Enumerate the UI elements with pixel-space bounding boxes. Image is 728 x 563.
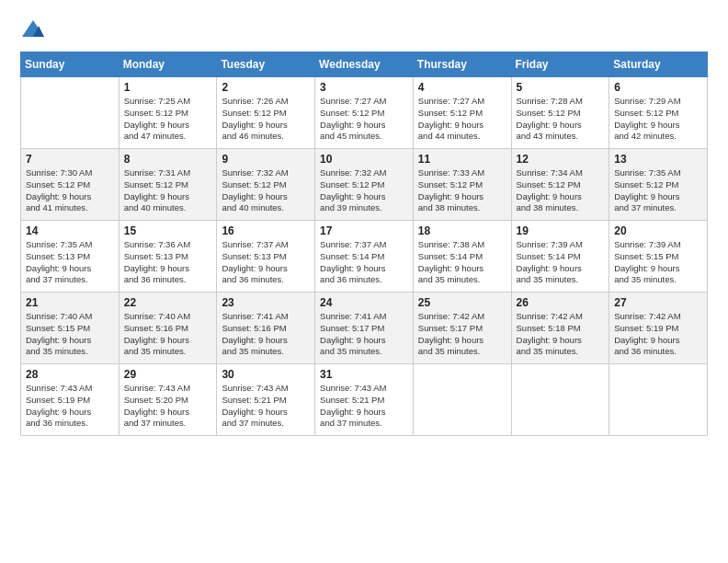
day-info: Sunrise: 7:43 AMSunset: 5:19 PMDaylight:… — [26, 383, 114, 430]
calendar-cell: 4Sunrise: 7:27 AMSunset: 5:12 PMDaylight… — [413, 77, 511, 149]
day-info: Sunrise: 7:42 AMSunset: 5:19 PMDaylight:… — [614, 311, 702, 358]
day-number: 18 — [418, 224, 506, 237]
day-info: Sunrise: 7:30 AMSunset: 5:12 PMDaylight:… — [26, 167, 114, 214]
day-number: 7 — [26, 153, 114, 166]
day-number: 26 — [517, 296, 605, 309]
day-info: Sunrise: 7:34 AMSunset: 5:12 PMDaylight:… — [517, 167, 605, 214]
day-number: 19 — [517, 224, 605, 237]
col-header-sunday: Sunday — [21, 52, 119, 77]
day-info: Sunrise: 7:35 AMSunset: 5:12 PMDaylight:… — [614, 167, 702, 214]
day-number: 5 — [517, 81, 605, 94]
day-number: 16 — [222, 224, 310, 237]
day-info: Sunrise: 7:32 AMSunset: 5:12 PMDaylight:… — [222, 167, 310, 214]
col-header-tuesday: Tuesday — [217, 52, 315, 77]
day-number: 10 — [320, 153, 408, 166]
day-number: 4 — [418, 81, 506, 94]
day-info: Sunrise: 7:43 AMSunset: 5:21 PMDaylight:… — [320, 383, 408, 430]
day-info: Sunrise: 7:25 AMSunset: 5:12 PMDaylight:… — [124, 96, 212, 143]
day-info: Sunrise: 7:39 AMSunset: 5:15 PMDaylight:… — [614, 239, 702, 286]
day-info: Sunrise: 7:26 AMSunset: 5:12 PMDaylight:… — [222, 96, 310, 143]
calendar-week-4: 21Sunrise: 7:40 AMSunset: 5:15 PMDayligh… — [21, 293, 708, 364]
calendar-cell: 20Sunrise: 7:39 AMSunset: 5:15 PMDayligh… — [609, 221, 708, 293]
day-info: Sunrise: 7:31 AMSunset: 5:12 PMDaylight:… — [124, 167, 212, 214]
calendar-cell: 3Sunrise: 7:27 AMSunset: 5:12 PMDaylight… — [315, 77, 414, 149]
logo-icon — [20, 17, 46, 42]
day-number: 28 — [26, 368, 114, 381]
calendar-header-row: SundayMondayTuesdayWednesdayThursdayFrid… — [21, 52, 708, 77]
calendar-cell: 27Sunrise: 7:42 AMSunset: 5:19 PMDayligh… — [609, 293, 708, 364]
calendar-cell: 28Sunrise: 7:43 AMSunset: 5:19 PMDayligh… — [21, 364, 119, 436]
day-info: Sunrise: 7:42 AMSunset: 5:18 PMDaylight:… — [517, 311, 605, 358]
calendar-cell: 22Sunrise: 7:40 AMSunset: 5:16 PMDayligh… — [119, 293, 217, 364]
day-info: Sunrise: 7:32 AMSunset: 5:12 PMDaylight:… — [320, 167, 408, 214]
day-info: Sunrise: 7:27 AMSunset: 5:12 PMDaylight:… — [418, 96, 506, 143]
calendar-cell: 29Sunrise: 7:43 AMSunset: 5:20 PMDayligh… — [119, 364, 217, 436]
day-info: Sunrise: 7:41 AMSunset: 5:17 PMDaylight:… — [320, 311, 408, 358]
day-number: 8 — [124, 153, 212, 166]
calendar-cell: 9Sunrise: 7:32 AMSunset: 5:12 PMDaylight… — [217, 149, 315, 221]
day-info: Sunrise: 7:28 AMSunset: 5:12 PMDaylight:… — [517, 96, 605, 143]
day-number: 23 — [222, 296, 310, 309]
day-number: 3 — [320, 81, 408, 94]
day-info: Sunrise: 7:41 AMSunset: 5:16 PMDaylight:… — [222, 311, 310, 358]
day-number: 13 — [614, 153, 702, 166]
calendar-week-5: 28Sunrise: 7:43 AMSunset: 5:19 PMDayligh… — [21, 364, 708, 436]
calendar-cell: 13Sunrise: 7:35 AMSunset: 5:12 PMDayligh… — [609, 149, 708, 221]
day-number: 9 — [222, 153, 310, 166]
day-info: Sunrise: 7:35 AMSunset: 5:13 PMDaylight:… — [26, 239, 114, 286]
day-number: 15 — [124, 224, 212, 237]
day-number: 12 — [517, 153, 605, 166]
calendar-cell: 16Sunrise: 7:37 AMSunset: 5:13 PMDayligh… — [217, 221, 315, 293]
calendar-table: SundayMondayTuesdayWednesdayThursdayFrid… — [20, 52, 708, 436]
day-info: Sunrise: 7:29 AMSunset: 5:12 PMDaylight:… — [614, 96, 702, 143]
calendar-week-2: 7Sunrise: 7:30 AMSunset: 5:12 PMDaylight… — [21, 149, 708, 221]
day-number: 27 — [614, 296, 702, 309]
calendar-cell: 6Sunrise: 7:29 AMSunset: 5:12 PMDaylight… — [609, 77, 708, 149]
day-info: Sunrise: 7:33 AMSunset: 5:12 PMDaylight:… — [418, 167, 506, 214]
day-number: 31 — [320, 368, 408, 381]
calendar-cell — [511, 364, 609, 436]
calendar-cell: 14Sunrise: 7:35 AMSunset: 5:13 PMDayligh… — [21, 221, 119, 293]
logo — [20, 17, 50, 42]
col-header-friday: Friday — [511, 52, 609, 77]
day-number: 22 — [124, 296, 212, 309]
col-header-wednesday: Wednesday — [315, 52, 414, 77]
calendar-cell: 31Sunrise: 7:43 AMSunset: 5:21 PMDayligh… — [315, 364, 414, 436]
calendar-cell: 5Sunrise: 7:28 AMSunset: 5:12 PMDaylight… — [511, 77, 609, 149]
calendar-cell: 7Sunrise: 7:30 AMSunset: 5:12 PMDaylight… — [21, 149, 119, 221]
day-info: Sunrise: 7:40 AMSunset: 5:16 PMDaylight:… — [124, 311, 212, 358]
calendar-week-1: 1Sunrise: 7:25 AMSunset: 5:12 PMDaylight… — [21, 77, 708, 149]
day-number: 1 — [124, 81, 212, 94]
day-info: Sunrise: 7:27 AMSunset: 5:12 PMDaylight:… — [320, 96, 408, 143]
calendar-cell: 21Sunrise: 7:40 AMSunset: 5:15 PMDayligh… — [21, 293, 119, 364]
calendar-cell: 25Sunrise: 7:42 AMSunset: 5:17 PMDayligh… — [413, 293, 511, 364]
day-number: 25 — [418, 296, 506, 309]
day-number: 11 — [418, 153, 506, 166]
day-number: 6 — [614, 81, 702, 94]
day-info: Sunrise: 7:43 AMSunset: 5:21 PMDaylight:… — [222, 383, 310, 430]
col-header-thursday: Thursday — [413, 52, 511, 77]
day-number: 2 — [222, 81, 310, 94]
day-number: 14 — [26, 224, 114, 237]
day-number: 17 — [320, 224, 408, 237]
col-header-saturday: Saturday — [609, 52, 708, 77]
calendar-cell: 23Sunrise: 7:41 AMSunset: 5:16 PMDayligh… — [217, 293, 315, 364]
page: SundayMondayTuesdayWednesdayThursdayFrid… — [0, 0, 728, 563]
day-info: Sunrise: 7:37 AMSunset: 5:13 PMDaylight:… — [222, 239, 310, 286]
calendar-cell: 24Sunrise: 7:41 AMSunset: 5:17 PMDayligh… — [315, 293, 414, 364]
calendar-cell: 19Sunrise: 7:39 AMSunset: 5:14 PMDayligh… — [511, 221, 609, 293]
day-number: 29 — [124, 368, 212, 381]
calendar-week-3: 14Sunrise: 7:35 AMSunset: 5:13 PMDayligh… — [21, 221, 708, 293]
calendar-cell — [21, 77, 119, 149]
calendar-cell: 2Sunrise: 7:26 AMSunset: 5:12 PMDaylight… — [217, 77, 315, 149]
day-info: Sunrise: 7:38 AMSunset: 5:14 PMDaylight:… — [418, 239, 506, 286]
calendar-cell: 10Sunrise: 7:32 AMSunset: 5:12 PMDayligh… — [315, 149, 414, 221]
calendar-cell: 30Sunrise: 7:43 AMSunset: 5:21 PMDayligh… — [217, 364, 315, 436]
col-header-monday: Monday — [119, 52, 217, 77]
calendar-cell: 15Sunrise: 7:36 AMSunset: 5:13 PMDayligh… — [119, 221, 217, 293]
calendar-cell: 12Sunrise: 7:34 AMSunset: 5:12 PMDayligh… — [511, 149, 609, 221]
day-number: 30 — [222, 368, 310, 381]
header — [20, 17, 708, 42]
day-info: Sunrise: 7:37 AMSunset: 5:14 PMDaylight:… — [320, 239, 408, 286]
day-number: 20 — [614, 224, 702, 237]
